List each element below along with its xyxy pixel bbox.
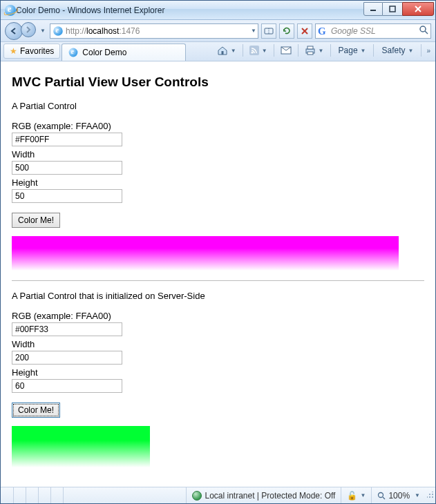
search-box[interactable]: G Google SSL bbox=[315, 23, 431, 39]
chevron-down-icon: ▼ bbox=[231, 48, 236, 54]
search-placeholder: Google SSL bbox=[331, 26, 417, 36]
refresh-button[interactable] bbox=[279, 23, 294, 39]
height-input[interactable] bbox=[12, 379, 122, 393]
read-mail-button[interactable] bbox=[277, 43, 295, 58]
svg-point-9 bbox=[420, 26, 426, 32]
status-cell bbox=[13, 487, 26, 503]
status-bar: Local intranet | Protected Mode: Off 🔓 ▼… bbox=[1, 487, 435, 503]
nav-history-dropdown[interactable]: ▼ bbox=[39, 28, 47, 34]
chevron-down-icon: ▼ bbox=[319, 48, 324, 54]
tab-color-demo[interactable]: Color Demo bbox=[61, 43, 186, 61]
status-cell bbox=[63, 487, 75, 503]
close-button[interactable] bbox=[402, 2, 434, 16]
height-label: Height bbox=[12, 177, 424, 188]
forward-button[interactable] bbox=[21, 22, 36, 37]
safety-menu[interactable]: Safety ▼ bbox=[377, 43, 418, 58]
home-icon bbox=[217, 46, 228, 55]
svg-point-13 bbox=[251, 52, 253, 54]
nav-buttons bbox=[5, 22, 36, 40]
page-heading: MVC Partial View User Controls bbox=[12, 75, 424, 90]
separator bbox=[373, 44, 374, 57]
print-icon bbox=[305, 46, 316, 55]
rgb-input[interactable] bbox=[12, 133, 122, 146]
rgb-label: RGB (example: FFAA00) bbox=[12, 121, 424, 131]
protected-mode-indicator[interactable]: 🔓 ▼ bbox=[341, 487, 371, 503]
minimize-icon bbox=[370, 6, 377, 12]
separator bbox=[274, 44, 274, 57]
resize-grip[interactable] bbox=[426, 492, 435, 500]
page-viewport: MVC Partial View User Controls A Partial… bbox=[1, 61, 435, 487]
feeds-button[interactable]: ▼ bbox=[246, 43, 271, 58]
svg-point-18 bbox=[379, 492, 383, 497]
favorites-label: Favorites bbox=[20, 46, 54, 56]
titlebar: Color Demo - Windows Internet Explorer bbox=[1, 1, 435, 20]
window-controls bbox=[363, 2, 434, 16]
status-cell bbox=[50, 487, 63, 503]
home-button[interactable]: ▼ bbox=[214, 43, 240, 58]
chevron-down-icon: ▼ bbox=[408, 48, 414, 54]
minimize-button[interactable] bbox=[363, 2, 383, 16]
stop-button[interactable] bbox=[297, 23, 312, 39]
color-me-button[interactable]: Color Me! bbox=[12, 213, 60, 228]
width-input[interactable] bbox=[12, 351, 122, 365]
separator bbox=[298, 44, 298, 57]
star-icon: ★ bbox=[10, 46, 17, 56]
page-menu[interactable]: Page ▼ bbox=[334, 43, 371, 58]
stop-icon bbox=[301, 28, 308, 35]
chevron-down-icon: ▼ bbox=[415, 492, 420, 498]
color-me-button[interactable]: Color Me! bbox=[12, 403, 60, 418]
google-icon: G bbox=[318, 26, 329, 37]
section-title: A Partial Control that is initialized on… bbox=[12, 291, 424, 301]
compat-icon bbox=[264, 27, 274, 35]
divider bbox=[12, 280, 424, 281]
separator bbox=[421, 44, 421, 57]
mail-icon bbox=[281, 46, 292, 55]
url-dropdown-icon[interactable]: ▼ bbox=[249, 28, 258, 34]
svg-rect-12 bbox=[249, 46, 259, 55]
address-bar[interactable]: http://localhost:1476 ▼ bbox=[50, 23, 258, 39]
svg-rect-16 bbox=[307, 46, 313, 49]
favorites-button[interactable]: ★ Favorites bbox=[3, 43, 60, 59]
ie-logo-icon bbox=[5, 5, 16, 16]
partial-control-2: A Partial Control that is initialized on… bbox=[12, 291, 424, 467]
width-label: Width bbox=[12, 149, 424, 159]
rgb-input[interactable] bbox=[12, 322, 122, 336]
svg-line-19 bbox=[383, 497, 385, 499]
svg-rect-17 bbox=[307, 52, 313, 55]
rss-icon bbox=[249, 46, 259, 55]
maximize-icon bbox=[389, 6, 396, 12]
security-zone[interactable]: Local intranet | Protected Mode: Off bbox=[186, 487, 341, 503]
back-button[interactable] bbox=[5, 22, 23, 40]
grip-icon bbox=[427, 492, 434, 498]
svg-line-10 bbox=[425, 31, 428, 34]
close-icon bbox=[414, 6, 422, 12]
tab-page-icon bbox=[69, 48, 78, 57]
window-title: Color Demo - Windows Internet Explorer bbox=[16, 6, 363, 15]
partial-control-1: A Partial Control RGB (example: FFAA00) … bbox=[12, 101, 424, 271]
svg-rect-1 bbox=[390, 6, 395, 12]
search-icon[interactable] bbox=[419, 25, 428, 37]
width-label: Width bbox=[12, 339, 424, 349]
globe-icon bbox=[192, 491, 202, 501]
zoom-icon bbox=[377, 492, 386, 500]
chevron-down-icon: ▼ bbox=[360, 492, 366, 498]
toolbar-overflow-icon[interactable]: » bbox=[424, 47, 433, 55]
height-label: Height bbox=[12, 367, 424, 378]
status-cell bbox=[38, 487, 50, 503]
maximize-button[interactable] bbox=[383, 2, 402, 16]
tab-label: Color Demo bbox=[82, 48, 126, 57]
zoom-control[interactable]: 100% ▼ bbox=[371, 487, 426, 503]
forward-arrow-icon bbox=[25, 26, 32, 33]
svg-rect-11 bbox=[221, 51, 223, 55]
print-button[interactable]: ▼ bbox=[301, 43, 328, 58]
rgb-label: RGB (example: FFAA00) bbox=[12, 311, 424, 321]
command-bar: ▼ ▼ ▼ Page ▼ Safety bbox=[214, 43, 433, 58]
color-swatch bbox=[12, 426, 150, 467]
page-icon bbox=[53, 26, 63, 36]
zone-text: Local intranet | Protected Mode: Off bbox=[205, 491, 335, 501]
compat-view-button[interactable] bbox=[261, 23, 276, 39]
height-input[interactable] bbox=[12, 189, 122, 203]
width-input[interactable] bbox=[12, 161, 122, 175]
separator bbox=[243, 44, 243, 57]
svg-text:G: G bbox=[318, 26, 326, 37]
